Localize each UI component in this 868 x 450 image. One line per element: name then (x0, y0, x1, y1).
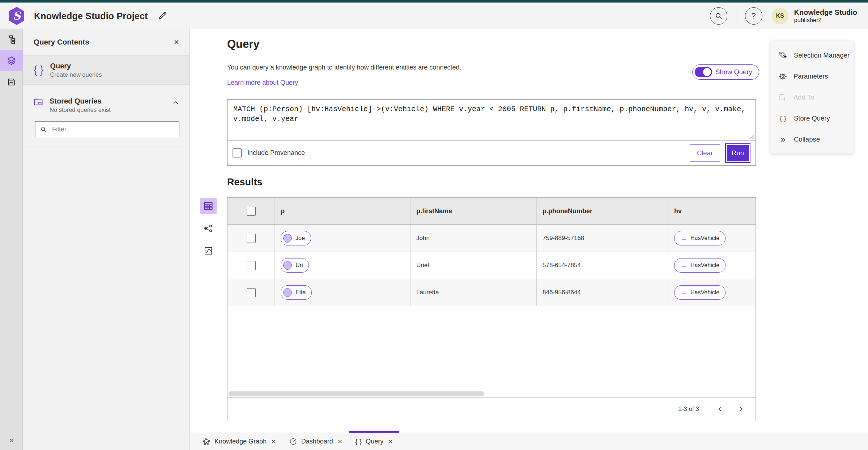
tool-label: Store Query (794, 114, 830, 122)
collapse-button[interactable]: » Collapse (770, 129, 854, 150)
learn-more-link[interactable]: Learn more about Query (227, 79, 298, 87)
tool-label: Collapse (794, 135, 820, 143)
entity-node-icon (283, 288, 292, 297)
arrow-right-icon: → (680, 289, 687, 296)
store-query-button[interactable]: { } Store Query (770, 108, 854, 129)
filter-field[interactable] (35, 121, 179, 137)
filter-input[interactable] (51, 125, 175, 134)
tab-query[interactable]: { } Query ✕ (349, 433, 399, 450)
result-view-switcher (200, 198, 217, 259)
cell-firstname: John (410, 225, 536, 252)
row-checkbox[interactable] (247, 261, 256, 270)
close-tab-icon[interactable]: ✕ (338, 438, 342, 445)
rail-item-queries[interactable] (0, 50, 23, 71)
run-button[interactable]: Run (725, 143, 750, 163)
rail-item-save[interactable] (0, 71, 23, 93)
table-footer: 1-3 of 3 (227, 397, 756, 421)
add-to-button: Add To (770, 87, 854, 108)
rail-item-schema[interactable] (0, 29, 23, 50)
bottom-tab-bar: Knowledge Graph ✕ Dashboard ✕ { } Query … (190, 433, 868, 450)
column-header-p: p (275, 198, 410, 224)
scrollbar-thumb[interactable] (229, 391, 484, 396)
table-icon (203, 201, 213, 211)
query-input[interactable]: MATCH (p:Person)-[hv:HasVehicle]->(v:Veh… (227, 100, 756, 140)
clear-button[interactable]: Clear (690, 144, 720, 162)
horizontal-scrollbar[interactable] (228, 391, 755, 397)
show-query-toggle[interactable]: Show Query (692, 64, 759, 80)
help-button[interactable]: ? (745, 7, 762, 25)
stored-queries-subtitle: No stored queries exist (50, 106, 166, 113)
edge-pill[interactable]: → HasVehicle (674, 231, 726, 245)
graph-view-button[interactable] (200, 220, 217, 237)
project-title: Knowledge Studio Project (34, 11, 148, 21)
query-footer: Include Provenance Clear Run (227, 140, 756, 165)
graph-icon (204, 224, 213, 233)
arrow-right-icon: → (680, 235, 687, 241)
tool-label: Add To (793, 93, 814, 101)
cell-firstname: Uriel (410, 252, 536, 279)
search-button[interactable] (710, 7, 727, 25)
app-header: S Knowledge Studio Project ? KS Knowledg… (0, 3, 868, 29)
entity-pill[interactable]: Etta (281, 285, 312, 300)
dashboard-gauge-icon (289, 437, 297, 446)
table-view-button[interactable] (200, 198, 217, 214)
edge-label: HasVehicle (690, 262, 719, 269)
braces-icon: { } (778, 114, 788, 122)
column-header-hv: hv (668, 198, 756, 224)
gear-icon (778, 72, 787, 81)
chevron-up-icon[interactable] (172, 99, 179, 106)
query-item-title: Query (50, 62, 102, 70)
svg-text:S: S (13, 9, 21, 22)
filter-search-icon (40, 126, 47, 133)
previous-page-button[interactable] (715, 404, 726, 415)
chart-view-button[interactable] (200, 243, 217, 259)
tools-panel: Selection Manager Parameters Add To { } … (770, 41, 854, 153)
parameters-button[interactable]: Parameters (770, 66, 854, 87)
stored-queries-folder-icon (34, 97, 44, 106)
edit-title-icon[interactable] (157, 11, 167, 21)
entity-pill[interactable]: Uri (281, 258, 309, 273)
header-divider (736, 8, 736, 24)
close-tab-icon[interactable]: ✕ (271, 438, 276, 445)
column-header-firstname: p.firstName (410, 198, 536, 224)
edge-pill[interactable]: → HasVehicle (674, 258, 726, 273)
table-row: Joe John 759-889-57168 → HasVehicle (227, 225, 756, 252)
tab-dashboard[interactable]: Dashboard ✕ (282, 433, 349, 450)
user-name: Knowledge Studio (794, 8, 857, 17)
chart-icon (204, 246, 213, 256)
tab-knowledge-graph[interactable]: Knowledge Graph ✕ (196, 433, 282, 450)
close-panel-icon[interactable]: ✕ (174, 38, 179, 46)
expand-rail-icon[interactable]: » (0, 436, 23, 445)
tab-label: Query (366, 438, 383, 445)
top-accent-strip (0, 0, 868, 3)
edge-label: HasVehicle (690, 289, 719, 296)
avatar[interactable]: KS (772, 8, 788, 24)
include-provenance-checkbox[interactable] (233, 148, 242, 157)
user-role: publisher2 (794, 17, 857, 24)
edge-pill[interactable]: → HasVehicle (674, 285, 726, 300)
toggle-on-icon[interactable] (695, 67, 712, 77)
braces-icon: { } (355, 438, 362, 446)
cell-phonenumber: 846-956-8644 (536, 279, 668, 306)
sidebar-item-stored-queries[interactable]: Stored Queries No stored queries exist (34, 97, 179, 113)
layers-icon (7, 56, 16, 66)
column-header-phonenumber: p.phoneNumber (536, 198, 668, 224)
next-page-button[interactable] (735, 404, 746, 415)
row-checkbox[interactable] (247, 288, 256, 297)
user-info: Knowledge Studio publisher2 (794, 8, 857, 24)
close-tab-icon[interactable]: ✕ (388, 438, 393, 445)
selection-manager-icon (778, 51, 788, 60)
entity-pill[interactable]: Joe (281, 231, 311, 245)
select-all-checkbox[interactable] (247, 207, 256, 216)
pagination-range: 1-3 of 3 (678, 405, 699, 413)
left-rail: » (0, 29, 23, 450)
resize-handle-icon[interactable] (750, 134, 754, 139)
row-checkbox[interactable] (247, 234, 256, 243)
sidebar-item-query[interactable]: { } Query Create new queries (23, 56, 190, 85)
entity-node-icon (283, 234, 292, 243)
stored-queries-section: Stored Queries No stored queries exist (23, 92, 190, 147)
tab-label: Dashboard (301, 438, 333, 445)
query-item-subtitle: Create new queries (50, 71, 102, 78)
selection-manager-button[interactable]: Selection Manager (770, 45, 854, 66)
cell-phonenumber: 759-889-57168 (536, 225, 668, 252)
